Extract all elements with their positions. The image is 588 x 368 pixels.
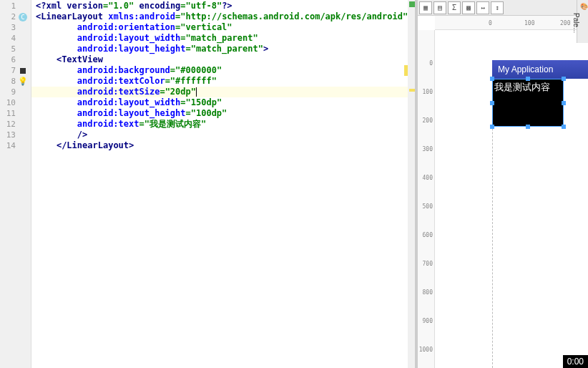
line-number: 3	[0, 23, 16, 32]
code-line[interactable]: android:layout_height="match_parent">	[31, 44, 408, 54]
line-number: 7	[0, 66, 16, 75]
code-editor-pane: 12C345678💡91011121314 𝙸 <?xml version="1…	[0, 0, 415, 368]
layout-preview-pane: ▦▤Σ▩↔↕ Pale... 0100200 01002003004005006…	[418, 0, 588, 368]
line-number: 9	[0, 87, 16, 97]
ruler-tick: 800	[423, 289, 433, 296]
line-number: 5	[0, 44, 16, 54]
line-number: 11	[0, 109, 16, 118]
code-line[interactable]: android:layout_width="match_parent"	[31, 33, 408, 44]
code-line[interactable]: <TextView	[31, 54, 408, 65]
ruler-tick: 900	[423, 318, 433, 324]
layout-icon[interactable]: ▦	[419, 1, 432, 14]
resize-handle[interactable]	[490, 125, 494, 129]
ruler-horizontal: 0100200	[435, 16, 588, 30]
line-number: 1	[0, 1, 16, 11]
textview-preview[interactable]: 我是测试内容	[492, 79, 564, 127]
resize-handle[interactable]	[490, 101, 494, 105]
ruler-tick: 0	[489, 20, 492, 26]
code-line[interactable]: </LinearLayout>	[31, 140, 408, 151]
color-swatch-icon[interactable]	[20, 68, 26, 74]
ruler-vertical: 01002003004005006007008009001000	[418, 30, 435, 368]
code-line[interactable]: android:textSize="20dp"	[31, 87, 408, 97]
intention-bulb-icon[interactable]: 💡	[18, 77, 28, 87]
line-number: 6	[0, 55, 16, 64]
marker-bar[interactable]	[408, 0, 415, 368]
resize-handle[interactable]	[526, 125, 530, 129]
caret	[196, 87, 197, 97]
ruler-tick: 500	[423, 203, 433, 210]
code-line[interactable]: android:background="#000000"	[31, 65, 408, 76]
varrows-icon[interactable]: ↕	[491, 1, 504, 14]
line-number: 13	[0, 130, 16, 140]
line-number: 8	[0, 77, 16, 86]
table-icon[interactable]: ▤	[433, 1, 446, 14]
ruler-tick: 400	[423, 175, 433, 181]
resize-handle[interactable]	[526, 77, 530, 81]
harrows-icon[interactable]: ↔	[476, 1, 489, 14]
app-titlebar: My Application	[492, 60, 588, 79]
ruler-tick: 200	[560, 20, 570, 26]
code-area[interactable]: 𝙸 <?xml version="1.0" encoding="utf-8"?>…	[31, 0, 408, 368]
code-line[interactable]: android:text="我是测试内容"	[31, 119, 408, 130]
code-line[interactable]: />	[31, 130, 408, 140]
design-surface[interactable]: 0100200 01002003004005006007008009001000…	[418, 16, 588, 368]
ruler-tick: 0	[429, 60, 433, 67]
resize-handle[interactable]	[562, 77, 566, 81]
canvas[interactable]: My Application 我是测试内容	[435, 30, 588, 368]
code-line[interactable]: <LinearLayout xmlns:android="http://sche…	[31, 11, 408, 22]
code-line[interactable]: <?xml version="1.0" encoding="utf-8"?>	[31, 1, 408, 11]
code-line[interactable]: android:textColor="#ffffff"	[31, 76, 408, 87]
line-number: 10	[0, 98, 16, 107]
resize-handle[interactable]	[562, 101, 566, 105]
resize-handle[interactable]	[562, 125, 566, 129]
ruler-tick: 100	[524, 20, 534, 26]
ruler-tick: 300	[423, 146, 433, 152]
ruler-tick: 200	[423, 117, 433, 124]
line-number: 2	[0, 12, 16, 21]
ruler-tick: 1000	[419, 347, 433, 353]
analysis-ok-marker	[409, 1, 415, 7]
line-number-gutter: 12C345678💡91011121314	[0, 0, 31, 368]
grid-icon[interactable]: ▩	[462, 1, 475, 14]
class-icon: C	[19, 13, 27, 21]
time-badge: 0:00	[563, 355, 588, 368]
preview-toolbar: ▦▤Σ▩↔↕	[418, 0, 588, 16]
code-line[interactable]: android:layout_width="150dp"	[31, 97, 408, 108]
resize-handle[interactable]	[490, 77, 494, 81]
ruler-tick: 700	[423, 261, 433, 267]
textview-text: 我是测试内容	[494, 82, 550, 92]
sigma-icon[interactable]: Σ	[448, 1, 461, 14]
ruler-tick: 600	[423, 232, 433, 238]
line-number: 14	[0, 141, 16, 150]
line-number: 12	[0, 120, 16, 129]
palette-tab[interactable]: Pale...	[577, 0, 588, 43]
code-line[interactable]: android:layout_height="100dp"	[31, 108, 408, 119]
ruler-tick: 100	[423, 89, 433, 95]
line-number: 4	[0, 34, 16, 43]
warning-marker[interactable]	[409, 89, 415, 92]
code-line[interactable]: android:orientation="vertical"	[31, 22, 408, 33]
